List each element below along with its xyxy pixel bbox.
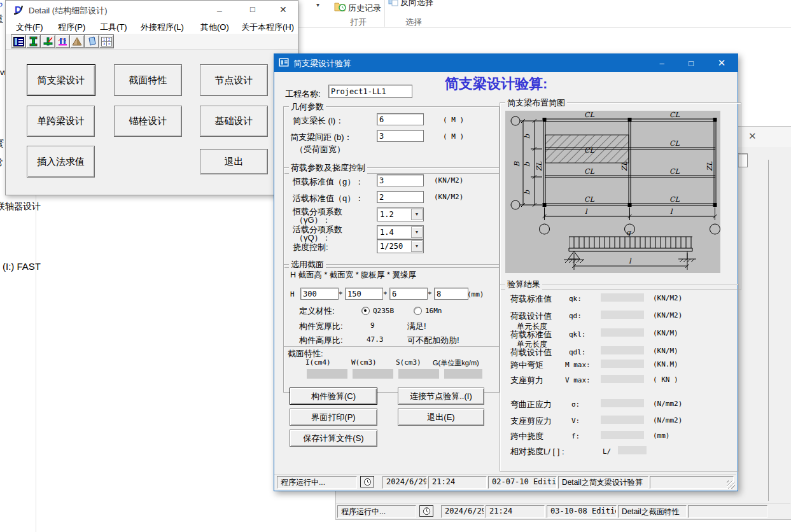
height-thickness-value: 47.3	[367, 335, 384, 344]
svg-text:CL: CL	[584, 195, 594, 204]
main-minimize-icon[interactable]: –	[217, 5, 222, 15]
section-flange-input[interactable]	[434, 288, 468, 300]
live-factor-combo[interactable]: 1.4 ▼	[377, 225, 424, 239]
menu-about[interactable]: 关于本程序(H)	[241, 22, 294, 33]
live-load-label: 活载标准值（q）：	[293, 193, 363, 204]
beam-length-unit: ( M )	[443, 116, 464, 124]
dialog-title-icon	[279, 58, 289, 69]
toolbar-form-icon[interactable]	[11, 34, 26, 48]
section-width-input[interactable]	[345, 288, 383, 300]
launcher-joint-design-button[interactable]: 节点设计	[200, 64, 268, 96]
section-height-input[interactable]	[300, 288, 339, 300]
launcher-single-beam-button[interactable]: 单跨梁设计	[27, 106, 95, 137]
back-window-close-icon[interactable]: ✕	[748, 130, 757, 142]
result-output	[601, 416, 644, 424]
status-clock-icon[interactable]	[360, 476, 374, 487]
desktop-fragment-char-a: 寰	[0, 137, 4, 150]
beam-spacing-input[interactable]	[377, 130, 424, 142]
props-i-output	[307, 369, 347, 379]
deflection-dropdown-icon[interactable]: ▼	[411, 241, 423, 252]
result-label: 荷载设计值	[510, 347, 552, 358]
desktop-item-coupler-design[interactable]: 联轴器设计	[0, 201, 41, 213]
toolbar-node-icon[interactable]	[40, 34, 55, 48]
check-joint-button[interactable]: 连接节点验算..(I)	[398, 388, 484, 405]
beam-check-dialog: 简支梁设计验算 – □ ✕ 简支梁设计验算: 工程名称: 几何参数 简支梁长 (…	[274, 53, 738, 491]
result-output	[601, 360, 644, 368]
result-unit: (N/mm2)	[653, 400, 682, 408]
section-dims-unit: (mm)	[467, 290, 484, 298]
result-output	[601, 346, 644, 354]
launcher-exit-button[interactable]: 退出	[200, 149, 268, 174]
result-symbol: σ:	[571, 400, 580, 409]
check-member-button[interactable]: 构件验算(C)	[290, 388, 377, 405]
main-maximize-icon[interactable]: □	[250, 4, 255, 14]
menu-tools[interactable]: 工具(T)	[100, 22, 127, 33]
svg-text:3: 3	[103, 42, 105, 46]
launcher-foundation-button[interactable]: 基础设计	[200, 106, 268, 137]
results-legend: 验算结果	[505, 279, 542, 290]
ribbon-item-history[interactable]: 历史记录	[348, 3, 381, 14]
dialog-close-icon[interactable]: ✕	[707, 54, 736, 72]
main-close-icon[interactable]: ✕	[279, 4, 287, 15]
ribbon-item-invert-selection[interactable]: 反向选择	[400, 0, 433, 8]
back-status-module: Detail之截面特性	[618, 505, 687, 518]
launcher-anchor-design-button[interactable]: 锚栓设计	[114, 106, 182, 137]
main-titlebar[interactable]: D Detail (结构细部设计) – □ ✕	[6, 1, 298, 20]
launcher-section-props-button[interactable]: 截面特性	[114, 64, 182, 96]
svg-text:l: l	[670, 207, 673, 216]
desktop-item-drive-fast[interactable]: (I:) FAST	[3, 261, 41, 272]
beam-length-label: 简支梁长 (l)：	[293, 115, 344, 127]
back-window-groupbox-edge	[768, 160, 769, 501]
dialog-maximize-icon[interactable]: □	[676, 54, 706, 72]
deflection-label: 挠度控制:	[293, 242, 328, 253]
save-calc-button[interactable]: 保存计算文件(S)	[290, 430, 377, 447]
props-col-s: S(cm3)	[396, 358, 421, 367]
toolbar-plate-icon[interactable]	[84, 34, 99, 48]
explorer-ribbon: ▾ 历史记录 打开 反向选择 选择	[297, 0, 791, 28]
dead-load-input[interactable]	[377, 174, 424, 186]
svg-text:ZL: ZL	[535, 161, 543, 171]
props-col-g: G(单位重kg/m)	[433, 358, 479, 368]
dialog-minimize-icon[interactable]: –	[647, 54, 676, 72]
dead-factor-dropdown-icon[interactable]: ▼	[411, 209, 423, 220]
launcher-interpolation-button[interactable]: 插入法求值	[27, 146, 95, 178]
result-label: 跨中弯矩	[510, 360, 543, 371]
ribbon-dropdown-arrow-icon[interactable]: ▾	[316, 1, 319, 8]
props-col-w: W(cm3)	[351, 358, 377, 367]
toolbar-cone-icon[interactable]	[69, 34, 85, 48]
launcher-beam-design-button[interactable]: 简支梁设计	[27, 64, 95, 96]
live-factor-dropdown-icon[interactable]: ▼	[411, 227, 423, 238]
toolbar-grid-calc-icon[interactable]: 123=	[99, 34, 114, 48]
deflection-combo[interactable]: 1/250 ▼	[377, 239, 424, 253]
menu-program[interactable]: 程序(P)	[58, 22, 85, 33]
section-web-input[interactable]	[389, 288, 428, 300]
width-thickness-label: 构件宽厚比:	[299, 321, 343, 332]
result-unit: (KN/M)	[653, 329, 678, 337]
result-output	[601, 293, 644, 302]
resize-grip[interactable]	[727, 480, 735, 489]
project-name-input[interactable]	[328, 85, 412, 98]
svg-text:CL: CL	[669, 195, 680, 204]
toolbar-anchor-icon[interactable]	[55, 34, 70, 48]
detail-app-icon: D	[12, 3, 25, 18]
menu-file[interactable]: 文件(F)	[16, 22, 43, 33]
toolbar-ibeam-icon[interactable]	[25, 34, 41, 48]
status-edition: 02-07-10 Edition	[488, 476, 557, 489]
dialog-exit-button[interactable]: 退出(E)	[398, 409, 484, 426]
height-thickness-result: 可不配加劲肋!	[407, 335, 459, 346]
section-separator	[284, 346, 499, 347]
live-load-input[interactable]	[377, 191, 424, 203]
props-s-output	[398, 369, 439, 379]
dead-factor-combo[interactable]: 1.2 ▼	[377, 207, 424, 221]
menu-addons[interactable]: 外接程序(L)	[141, 22, 184, 33]
beam-length-input[interactable]	[377, 113, 424, 125]
print-ui-button[interactable]: 界面打印(P)	[290, 409, 377, 426]
menu-other[interactable]: 其他(O)	[200, 22, 229, 33]
beam-spacing-unit: ( M )	[443, 132, 464, 141]
svg-text:b: b	[523, 190, 531, 195]
star-sep: *	[383, 290, 388, 298]
dialog-titlebar[interactable]: 简支梁设计验算 – □ ✕	[274, 54, 738, 72]
material-16mn-radio[interactable]	[414, 307, 422, 315]
section-prefix: H	[290, 290, 295, 298]
material-q235b-radio[interactable]	[361, 307, 370, 315]
